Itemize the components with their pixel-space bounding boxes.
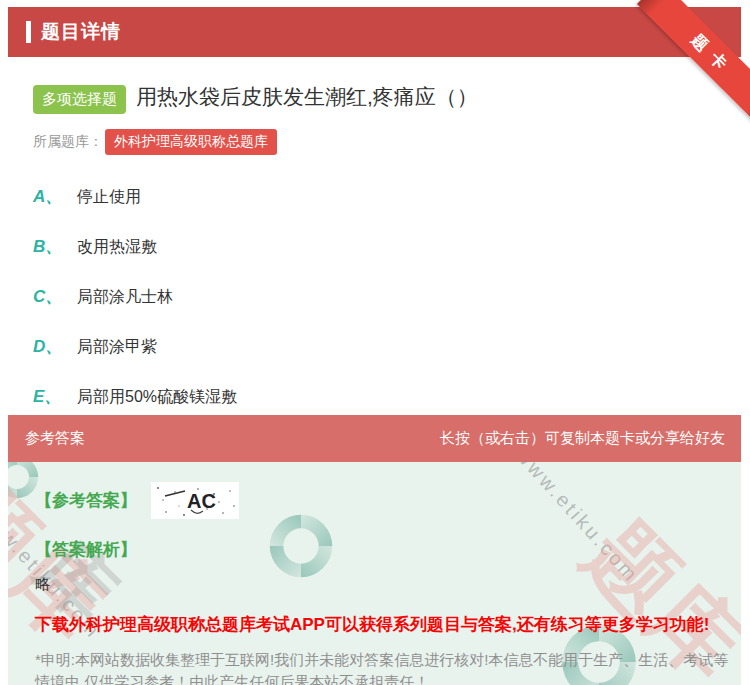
analysis-text: 略 — [35, 575, 741, 594]
reference-answer-label: 【参考答案】 — [35, 489, 137, 512]
header-accent-bar — [26, 21, 31, 43]
copy-share-hint: 长按（或右击）可复制本题卡或分享给好友 — [440, 429, 725, 448]
page-header: 题目详情 — [8, 7, 741, 57]
option-b: B、 改用热湿敷 — [33, 235, 721, 258]
question-card: 题目详情 多项选择题 用热水袋后皮肤发生潮红,疼痛应（） 所属题库： 外科护理高… — [8, 7, 741, 685]
option-text: 局部用50%硫酸镁湿敷 — [77, 387, 237, 408]
answer-value: AC — [187, 490, 216, 512]
question-detail-page: 题目详情 多项选择题 用热水袋后皮肤发生潮红,疼痛应（） 所属题库： 外科护理高… — [0, 0, 750, 685]
option-letter: A、 — [33, 185, 77, 208]
question-bank-row: 所属题库： 外科护理高级职称总题库 — [33, 129, 721, 155]
option-text: 局部涂凡士林 — [77, 287, 173, 308]
page-title: 题目详情 — [41, 19, 121, 45]
question-bank-link[interactable]: 外科护理高级职称总题库 — [105, 129, 277, 155]
disclaimer-text: *申明:本网站数据收集整理于互联网!我们并未能对答案信息进行核对!本信息不能用于… — [35, 649, 729, 685]
question-section: 多项选择题 用热水袋后皮肤发生潮红,疼痛应（） 所属题库： 外科护理高级职称总题… — [8, 57, 741, 415]
option-e: E、 局部用50%硫酸镁湿敷 — [33, 385, 721, 408]
analysis-label: 【答案解析】 — [35, 538, 741, 561]
answer-section: www.etiku.com www.etiku.com 题库 题库 库 【参考答… — [8, 462, 741, 685]
option-letter: E、 — [33, 385, 77, 408]
reference-answer-row: 【参考答案】 AC — [35, 482, 741, 519]
option-letter: B、 — [33, 235, 77, 258]
options-list: A、 停止使用 B、 改用热湿敷 C、 局部涂凡士林 D、 局部涂甲紫 E、 — [33, 185, 721, 408]
app-download-promo: 下载外科护理高级职称总题库考试APP可以获得系列题目与答案,还有练习等更多学习功… — [35, 613, 741, 636]
option-text: 停止使用 — [77, 187, 141, 208]
answer-captcha-image: AC — [151, 482, 239, 519]
question-title-row: 多项选择题 用热水袋后皮肤发生潮红,疼痛应（） — [33, 83, 721, 114]
option-letter: D、 — [33, 335, 77, 358]
answer-section-bar: 参考答案 长按（或右击）可复制本题卡或分享给好友 — [8, 415, 741, 462]
option-d: D、 局部涂甲紫 — [33, 335, 721, 358]
option-text: 改用热湿敷 — [77, 237, 157, 258]
option-a: A、 停止使用 — [33, 185, 721, 208]
site-url-watermark: www.etiku.com — [511, 462, 643, 587]
question-title: 用热水袋后皮肤发生潮红,疼痛应（） — [136, 83, 478, 110]
option-letter: C、 — [33, 285, 77, 308]
answer-bar-title: 参考答案 — [25, 429, 85, 448]
option-text: 局部涂甲紫 — [77, 337, 157, 358]
option-c: C、 局部涂凡士林 — [33, 285, 721, 308]
question-type-badge: 多项选择题 — [33, 85, 126, 114]
question-bank-label: 所属题库： — [33, 133, 103, 151]
